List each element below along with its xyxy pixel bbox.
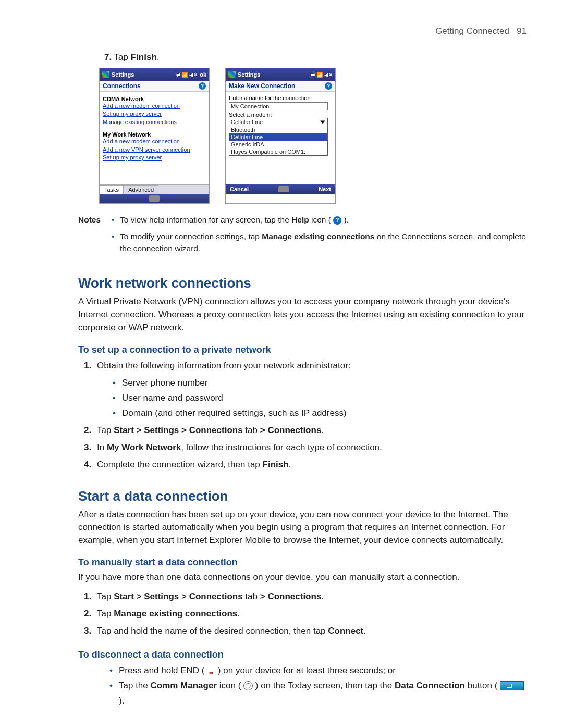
- modem-option: Generic IrDA: [229, 141, 327, 148]
- steps-manual-start: Tap Start > Settings > Connections tab >…: [94, 589, 527, 639]
- page-number: 91: [517, 26, 527, 36]
- chevron-down-icon: [320, 119, 326, 125]
- cdma-link-2: Set up my proxy server: [103, 110, 206, 118]
- disconnect-1: Press and hold END ( ) on your device fo…: [109, 663, 527, 678]
- phone-bottombar: Cancel Next: [226, 184, 335, 194]
- modem-selected: Cellular Line: [231, 119, 263, 125]
- phone-tabs: Tasks Advanced: [100, 184, 209, 194]
- heading-work-network: Work network connections: [78, 275, 527, 291]
- keyboard-icon: [278, 186, 289, 192]
- start-flag-icon: [228, 71, 236, 78]
- page-header: Getting Connected 91: [36, 26, 527, 36]
- bullet: Domain (and other required settings, suc…: [113, 406, 527, 421]
- work-network-title: My Work Network: [103, 131, 206, 138]
- step-7-prefix: Tap: [114, 52, 131, 62]
- phone-titlebar: Settings ⇄ 📶 ◀✕: [226, 68, 335, 81]
- ok-button: ok: [200, 71, 206, 78]
- screenshots-row: Settings ⇄ 📶 ◀✕ ok Connections ? CDMA Ne…: [99, 68, 527, 204]
- tab-tasks: Tasks: [100, 185, 124, 194]
- phone-title: Settings: [238, 71, 309, 78]
- help-icon: ?: [199, 82, 206, 90]
- bullet: Server phone number: [113, 376, 527, 391]
- step-2: Tap Start > Settings > Connections tab >…: [94, 423, 527, 438]
- end-key-icon: [207, 667, 215, 675]
- step-m2: Tap Manage existing connections.: [94, 607, 527, 622]
- step-3: In My Work Network, follow the instructi…: [94, 440, 527, 455]
- heading-manual-start: To manually start a data connection: [78, 557, 527, 568]
- modem-label: Select a modem:: [229, 112, 332, 118]
- notes-items: To view help information for any screen,…: [112, 214, 527, 260]
- help-icon: ?: [325, 82, 332, 90]
- document-page: Getting Connected 91 7. Tap Finish. Sett…: [0, 0, 563, 728]
- connection-name-input: My Connection: [229, 102, 328, 110]
- name-label: Enter a name for the connection:: [229, 95, 332, 101]
- next-softkey: Next: [319, 186, 331, 192]
- tab-advanced: Advanced: [124, 185, 158, 194]
- cdma-network-title: CDMA Network: [103, 96, 206, 102]
- notes-block: Notes To view help information for any s…: [78, 214, 527, 260]
- note-2: To modify your connection settings, tap …: [112, 231, 527, 254]
- modem-option: Hayes Compatible on COM1:: [229, 148, 327, 155]
- status-icons: ⇄ 📶 ◀✕: [176, 72, 198, 78]
- heading-setup-private: To set up a connection to a private netw…: [78, 344, 527, 355]
- step-m1: Tap Start > Settings > Connections tab >…: [94, 589, 527, 604]
- step-7: 7. Tap Finish.: [104, 52, 527, 63]
- help-icon: ?: [333, 216, 341, 225]
- screenshot-make-new-connection: Settings ⇄ 📶 ◀✕ Make New Connection ? En…: [225, 68, 336, 204]
- phone-subhead: Connections ?: [100, 81, 209, 92]
- phone-bottombar: [100, 194, 209, 203]
- bullet: User name and password: [113, 391, 527, 406]
- cdma-link-3: Manage existing connections: [103, 118, 206, 126]
- paragraph-manual-start: If you have more than one data connectio…: [78, 571, 527, 584]
- phone-title: Settings: [112, 71, 174, 78]
- cancel-softkey: Cancel: [230, 186, 249, 192]
- disconnect-2: Tap the Comm Manager icon ( ) on the Tod…: [109, 678, 527, 709]
- comm-manager-icon: [243, 681, 253, 690]
- screenshot-connections: Settings ⇄ 📶 ◀✕ ok Connections ? CDMA Ne…: [99, 68, 210, 204]
- subhead-text: Make New Connection: [229, 82, 295, 90]
- notes-label: Notes: [78, 214, 112, 260]
- work-link-3: Set up my proxy server: [103, 154, 206, 162]
- paragraph-start-data: After a data connection has been set up …: [78, 509, 527, 547]
- step-7-number: 7.: [104, 52, 112, 62]
- paragraph-work-network: A Virtual Private Network (VPN) connecti…: [78, 295, 527, 334]
- section-title: Getting Connected: [435, 26, 509, 36]
- cdma-link-1: Add a new modem connection: [103, 102, 206, 110]
- step-7-suffix: .: [157, 52, 160, 62]
- work-link-2: Add a new VPN server connection: [103, 146, 206, 154]
- step-1-bullets: Server phone number User name and passwo…: [113, 376, 527, 421]
- keyboard-icon: [149, 195, 160, 202]
- modem-select: Cellular Line: [229, 118, 328, 126]
- modem-option-selected: Cellular Line: [229, 133, 327, 141]
- step-m3: Tap and hold the name of the desired con…: [94, 624, 527, 639]
- phone-subhead: Make New Connection ?: [226, 81, 335, 92]
- status-icons: ⇄ 📶 ◀✕: [311, 72, 333, 78]
- phone-body: CDMA Network Add a new modem connection …: [100, 92, 209, 184]
- modem-dropdown: Bluetooth Cellular Line Generic IrDA Hay…: [229, 126, 328, 156]
- data-connection-button-icon: [500, 681, 524, 690]
- subhead-text: Connections: [103, 82, 141, 90]
- modem-option: Bluetooth: [229, 126, 327, 133]
- steps-disconnect: Press and hold END ( ) on your device fo…: [109, 663, 527, 709]
- note-1: To view help information for any screen,…: [112, 214, 527, 226]
- steps-setup-private: Obtain the following information from yo…: [94, 359, 527, 472]
- step-1: Obtain the following information from yo…: [94, 359, 527, 421]
- phone-titlebar: Settings ⇄ 📶 ◀✕ ok: [100, 68, 209, 81]
- phone-body: Enter a name for the connection: My Conn…: [226, 92, 335, 184]
- work-link-1: Add a new modem connection: [103, 138, 206, 145]
- heading-start-data: Start a data connection: [78, 488, 527, 504]
- step-4: Complete the connection wizard, then tap…: [94, 458, 527, 473]
- heading-disconnect: To disconnect a data connection: [78, 649, 527, 660]
- start-flag-icon: [102, 71, 109, 78]
- step-7-bold: Finish: [131, 52, 157, 62]
